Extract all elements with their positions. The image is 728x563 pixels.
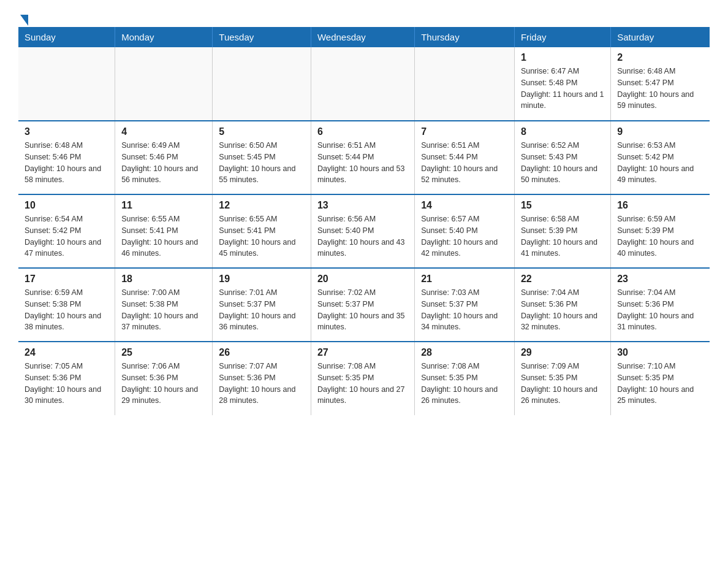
day-number: 15 xyxy=(521,200,604,211)
day-info: Sunrise: 7:04 AM Sunset: 5:36 PM Dayligh… xyxy=(521,287,604,333)
day-info: Sunrise: 6:48 AM Sunset: 5:46 PM Dayligh… xyxy=(25,140,108,186)
day-info: Sunrise: 7:03 AM Sunset: 5:37 PM Dayligh… xyxy=(421,287,508,333)
day-info: Sunrise: 6:59 AM Sunset: 5:39 PM Dayligh… xyxy=(617,213,703,259)
header-cell-tuesday: Tuesday xyxy=(213,27,311,47)
header-cell-thursday: Thursday xyxy=(415,27,515,47)
day-info: Sunrise: 6:53 AM Sunset: 5:42 PM Dayligh… xyxy=(617,140,703,186)
week-row-2: 3Sunrise: 6:48 AM Sunset: 5:46 PM Daylig… xyxy=(18,121,710,194)
calendar-cell: 23Sunrise: 7:04 AM Sunset: 5:36 PM Dayli… xyxy=(611,268,710,342)
day-info: Sunrise: 7:05 AM Sunset: 5:36 PM Dayligh… xyxy=(25,361,108,407)
day-number: 24 xyxy=(25,347,108,358)
day-number: 22 xyxy=(521,274,604,285)
calendar-cell: 9Sunrise: 6:53 AM Sunset: 5:42 PM Daylig… xyxy=(611,121,710,194)
day-number: 21 xyxy=(421,274,508,285)
day-number: 2 xyxy=(617,52,703,63)
day-info: Sunrise: 6:48 AM Sunset: 5:47 PM Dayligh… xyxy=(617,66,703,112)
day-info: Sunrise: 6:55 AM Sunset: 5:41 PM Dayligh… xyxy=(121,213,206,259)
day-number: 13 xyxy=(317,200,408,211)
day-number: 3 xyxy=(25,126,108,137)
day-info: Sunrise: 7:06 AM Sunset: 5:36 PM Dayligh… xyxy=(121,361,206,407)
calendar-cell: 19Sunrise: 7:01 AM Sunset: 5:37 PM Dayli… xyxy=(213,268,311,342)
day-info: Sunrise: 6:54 AM Sunset: 5:42 PM Dayligh… xyxy=(25,213,108,259)
day-info: Sunrise: 6:49 AM Sunset: 5:46 PM Dayligh… xyxy=(121,140,206,186)
day-number: 25 xyxy=(121,347,206,358)
calendar-cell: 4Sunrise: 6:49 AM Sunset: 5:46 PM Daylig… xyxy=(115,121,213,194)
calendar-cell: 29Sunrise: 7:09 AM Sunset: 5:35 PM Dayli… xyxy=(514,342,610,415)
header-cell-monday: Monday xyxy=(115,27,213,47)
header-row: SundayMondayTuesdayWednesdayThursdayFrid… xyxy=(18,27,710,47)
day-number: 8 xyxy=(521,126,604,137)
calendar-cell: 16Sunrise: 6:59 AM Sunset: 5:39 PM Dayli… xyxy=(611,194,710,268)
day-number: 28 xyxy=(421,347,508,358)
day-info: Sunrise: 7:00 AM Sunset: 5:38 PM Dayligh… xyxy=(121,287,206,333)
calendar-cell: 13Sunrise: 6:56 AM Sunset: 5:40 PM Dayli… xyxy=(311,194,414,268)
day-number: 26 xyxy=(219,347,305,358)
header-cell-friday: Friday xyxy=(514,27,610,47)
calendar-cell: 14Sunrise: 6:57 AM Sunset: 5:40 PM Dayli… xyxy=(415,194,515,268)
day-info: Sunrise: 6:47 AM Sunset: 5:48 PM Dayligh… xyxy=(521,66,604,112)
day-number: 29 xyxy=(521,347,604,358)
day-number: 23 xyxy=(617,274,703,285)
day-info: Sunrise: 7:04 AM Sunset: 5:36 PM Dayligh… xyxy=(617,287,703,333)
day-info: Sunrise: 6:51 AM Sunset: 5:44 PM Dayligh… xyxy=(421,140,508,186)
day-info: Sunrise: 6:52 AM Sunset: 5:43 PM Dayligh… xyxy=(521,140,604,186)
calendar-body: 1Sunrise: 6:47 AM Sunset: 5:48 PM Daylig… xyxy=(18,47,710,415)
day-info: Sunrise: 7:01 AM Sunset: 5:37 PM Dayligh… xyxy=(219,287,305,333)
week-row-4: 17Sunrise: 6:59 AM Sunset: 5:38 PM Dayli… xyxy=(18,268,710,342)
calendar-cell xyxy=(311,47,414,121)
day-info: Sunrise: 7:07 AM Sunset: 5:36 PM Dayligh… xyxy=(219,361,305,407)
day-number: 17 xyxy=(25,274,108,285)
calendar-cell: 21Sunrise: 7:03 AM Sunset: 5:37 PM Dayli… xyxy=(415,268,515,342)
calendar-cell: 26Sunrise: 7:07 AM Sunset: 5:36 PM Dayli… xyxy=(213,342,311,415)
day-number: 1 xyxy=(521,52,604,63)
calendar-cell: 7Sunrise: 6:51 AM Sunset: 5:44 PM Daylig… xyxy=(415,121,515,194)
header-cell-sunday: Sunday xyxy=(18,27,115,47)
day-info: Sunrise: 7:09 AM Sunset: 5:35 PM Dayligh… xyxy=(521,361,604,407)
day-number: 19 xyxy=(219,274,305,285)
day-info: Sunrise: 6:55 AM Sunset: 5:41 PM Dayligh… xyxy=(219,213,305,259)
calendar-cell: 17Sunrise: 6:59 AM Sunset: 5:38 PM Dayli… xyxy=(18,268,115,342)
page-header xyxy=(18,12,710,21)
calendar-cell: 18Sunrise: 7:00 AM Sunset: 5:38 PM Dayli… xyxy=(115,268,213,342)
day-number: 5 xyxy=(219,126,305,137)
calendar-cell: 10Sunrise: 6:54 AM Sunset: 5:42 PM Dayli… xyxy=(18,194,115,268)
day-info: Sunrise: 7:08 AM Sunset: 5:35 PM Dayligh… xyxy=(317,361,408,407)
day-number: 18 xyxy=(121,274,206,285)
day-info: Sunrise: 7:10 AM Sunset: 5:35 PM Dayligh… xyxy=(617,361,703,407)
calendar-cell: 28Sunrise: 7:08 AM Sunset: 5:35 PM Dayli… xyxy=(415,342,515,415)
day-info: Sunrise: 6:51 AM Sunset: 5:44 PM Dayligh… xyxy=(317,140,408,186)
calendar-cell: 25Sunrise: 7:06 AM Sunset: 5:36 PM Dayli… xyxy=(115,342,213,415)
logo xyxy=(18,12,34,21)
day-number: 16 xyxy=(617,200,703,211)
calendar-cell: 12Sunrise: 6:55 AM Sunset: 5:41 PM Dayli… xyxy=(213,194,311,268)
header-cell-saturday: Saturday xyxy=(611,27,710,47)
day-number: 11 xyxy=(121,200,206,211)
calendar-cell: 11Sunrise: 6:55 AM Sunset: 5:41 PM Dayli… xyxy=(115,194,213,268)
calendar-cell: 20Sunrise: 7:02 AM Sunset: 5:37 PM Dayli… xyxy=(311,268,414,342)
calendar-cell: 24Sunrise: 7:05 AM Sunset: 5:36 PM Dayli… xyxy=(18,342,115,415)
day-number: 20 xyxy=(317,274,408,285)
calendar-cell: 22Sunrise: 7:04 AM Sunset: 5:36 PM Dayli… xyxy=(514,268,610,342)
day-info: Sunrise: 6:56 AM Sunset: 5:40 PM Dayligh… xyxy=(317,213,408,259)
day-number: 9 xyxy=(617,126,703,137)
day-info: Sunrise: 7:02 AM Sunset: 5:37 PM Dayligh… xyxy=(317,287,408,333)
calendar-cell: 5Sunrise: 6:50 AM Sunset: 5:45 PM Daylig… xyxy=(213,121,311,194)
header-cell-wednesday: Wednesday xyxy=(311,27,414,47)
calendar-cell: 30Sunrise: 7:10 AM Sunset: 5:35 PM Dayli… xyxy=(611,342,710,415)
week-row-5: 24Sunrise: 7:05 AM Sunset: 5:36 PM Dayli… xyxy=(18,342,710,415)
day-number: 27 xyxy=(317,347,408,358)
calendar-cell xyxy=(18,47,115,121)
logo-triangle-icon xyxy=(20,15,28,26)
calendar-cell: 27Sunrise: 7:08 AM Sunset: 5:35 PM Dayli… xyxy=(311,342,414,415)
day-number: 12 xyxy=(219,200,305,211)
calendar-cell: 15Sunrise: 6:58 AM Sunset: 5:39 PM Dayli… xyxy=(514,194,610,268)
day-number: 14 xyxy=(421,200,508,211)
calendar-table: SundayMondayTuesdayWednesdayThursdayFrid… xyxy=(18,27,710,415)
day-info: Sunrise: 6:59 AM Sunset: 5:38 PM Dayligh… xyxy=(25,287,108,333)
day-info: Sunrise: 7:08 AM Sunset: 5:35 PM Dayligh… xyxy=(421,361,508,407)
calendar-cell xyxy=(415,47,515,121)
calendar-cell: 1Sunrise: 6:47 AM Sunset: 5:48 PM Daylig… xyxy=(514,47,610,121)
calendar-header: SundayMondayTuesdayWednesdayThursdayFrid… xyxy=(18,27,710,47)
calendar-cell: 6Sunrise: 6:51 AM Sunset: 5:44 PM Daylig… xyxy=(311,121,414,194)
day-info: Sunrise: 6:50 AM Sunset: 5:45 PM Dayligh… xyxy=(219,140,305,186)
